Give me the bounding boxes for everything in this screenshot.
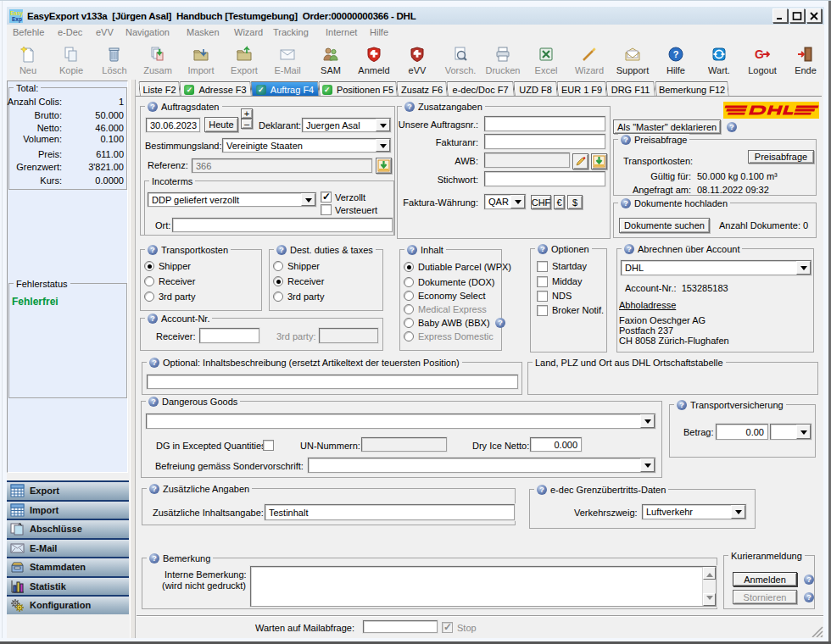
svg-text:G: G bbox=[755, 47, 764, 61]
svg-text:?: ? bbox=[673, 49, 679, 59]
svg-text:Exp: Exp bbox=[12, 16, 22, 23]
